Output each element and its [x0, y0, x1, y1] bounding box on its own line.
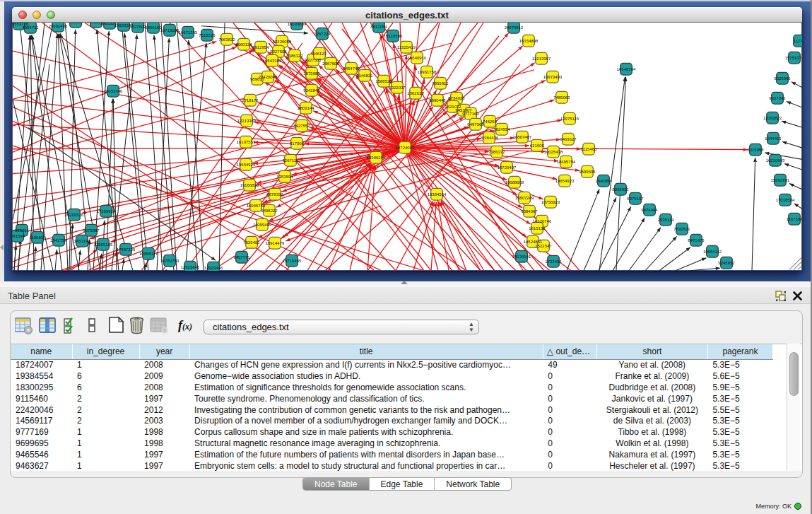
svg-text:1640954: 1640954: [595, 178, 612, 182]
svg-text:19166825: 19166825: [240, 182, 259, 187]
svg-text:6734028: 6734028: [448, 95, 465, 100]
svg-text:8912954: 8912954: [252, 45, 269, 49]
svg-text:8454749: 8454749: [343, 66, 360, 70]
svg-text:8678332: 8678332: [266, 192, 283, 196]
svg-text:20876812: 20876812: [505, 25, 524, 29]
svg-text:15807249: 15807249: [515, 195, 534, 199]
svg-text:17957225: 17957225: [117, 247, 136, 251]
svg-text:20053346: 20053346: [104, 88, 123, 93]
svg-text:9242848: 9242848: [303, 88, 320, 92]
svg-text:1167534: 1167534: [787, 216, 802, 221]
svg-text:7357224: 7357224: [314, 31, 331, 35]
svg-text:15751074: 15751074: [785, 55, 802, 59]
svg-text:8427552: 8427552: [293, 123, 310, 127]
svg-text:7632621: 7632621: [673, 226, 690, 230]
svg-text:23420046: 23420046: [259, 74, 278, 78]
svg-text:10688609: 10688609: [505, 180, 524, 184]
svg-text:9245652: 9245652: [718, 260, 735, 264]
svg-text:9474444: 9474444: [641, 207, 658, 211]
svg-text:6379197: 6379197: [627, 196, 644, 200]
svg-text:(x): (x): [182, 322, 192, 332]
svg-text:18724007: 18724007: [396, 145, 415, 149]
svg-text:8990448: 8990448: [429, 98, 446, 102]
svg-text:19654923: 19654923: [555, 178, 575, 182]
svg-text:6497568: 6497568: [467, 122, 484, 126]
svg-text:9227342: 9227342: [769, 95, 786, 100]
svg-text:16914479: 16914479: [266, 240, 285, 245]
svg-text:14136141: 14136141: [512, 254, 531, 258]
svg-text:16107553: 16107553: [237, 139, 256, 144]
svg-text:1362615: 1362615: [407, 90, 424, 95]
svg-text:6466160: 6466160: [145, 25, 162, 29]
svg-text:12923445: 12923445: [181, 264, 200, 269]
svg-text:16210643: 16210643: [766, 158, 785, 162]
svg-text:16648784: 16648784: [617, 66, 636, 71]
svg-text:12213967: 12213967: [532, 56, 551, 60]
svg-text:7386372: 7386372: [488, 149, 505, 153]
svg-text:12923446: 12923446: [204, 265, 223, 269]
svg-text:9463627: 9463627: [560, 136, 577, 141]
svg-text:8215958: 8215958: [747, 147, 764, 151]
svg-text:9975887: 9975887: [83, 228, 100, 232]
svg-text:8813054: 8813054: [370, 24, 387, 28]
svg-text:7663822: 7663822: [218, 37, 235, 41]
svg-text:12505185: 12505185: [94, 242, 113, 246]
svg-text:7515526: 7515526: [199, 33, 216, 37]
svg-text:9327508: 9327508: [270, 49, 287, 53]
svg-text:10958117: 10958117: [139, 251, 158, 255]
svg-text:18495794: 18495794: [557, 159, 576, 163]
svg-text:1588520: 1588520: [375, 78, 392, 83]
svg-text:7485063: 7485063: [553, 95, 570, 99]
svg-text:746266: 746266: [483, 119, 498, 123]
svg-text:19218506: 19218506: [384, 33, 403, 37]
svg-text:16033809: 16033809: [288, 23, 307, 26]
svg-text:16046756: 16046756: [247, 203, 266, 207]
svg-text:11325419: 11325419: [397, 45, 416, 49]
svg-text:15692951: 15692951: [771, 177, 790, 182]
svg-text:18300295: 18300295: [367, 155, 386, 159]
svg-text:7625402: 7625402: [243, 240, 260, 244]
svg-text:16640910: 16640910: [408, 55, 427, 59]
svg-text:8660124: 8660124: [235, 42, 252, 46]
svg-text:19384554: 19384554: [428, 192, 447, 196]
svg-text:10807487: 10807487: [513, 134, 532, 139]
svg-text:12093822: 12093822: [763, 115, 782, 119]
svg-text:935061: 935061: [15, 228, 30, 232]
svg-text:1733426: 1733426: [545, 259, 562, 263]
svg-text:16961758: 16961758: [418, 69, 437, 74]
svg-text:10756923: 10756923: [541, 199, 560, 204]
svg-text:2967608: 2967608: [322, 61, 339, 65]
svg-text:9329965: 9329965: [774, 76, 791, 80]
svg-text:2942757: 2942757: [50, 238, 67, 242]
svg-text:53226058: 53226058: [273, 39, 292, 43]
svg-text:621605: 621605: [530, 143, 545, 147]
svg-text:10719185: 10719185: [160, 28, 180, 32]
svg-text:15720407: 15720407: [498, 165, 517, 169]
svg-text:8471676: 8471676: [688, 238, 705, 242]
svg-text:14099489: 14099489: [253, 222, 272, 226]
svg-text:5322037: 5322037: [389, 85, 406, 89]
svg-text:4055712: 4055712: [22, 25, 39, 29]
svg-text:14524851: 14524851: [524, 239, 543, 243]
svg-text:1156819: 1156819: [30, 235, 47, 239]
svg-text:12975115: 12975115: [560, 116, 579, 120]
svg-text:20691406: 20691406: [49, 23, 68, 28]
svg-text:20206526: 20206526: [65, 212, 84, 216]
svg-text:2935114: 2935114: [658, 217, 675, 221]
svg-text:2803144: 2803144: [298, 105, 314, 110]
svg-text:1353594: 1353594: [276, 174, 293, 178]
svg-text:12213369: 12213369: [237, 118, 257, 122]
svg-text:16154808: 16154808: [519, 38, 539, 42]
svg-text:1451194: 1451194: [74, 238, 91, 243]
svg-text:9457771: 9457771: [233, 255, 250, 259]
svg-text:3875685: 3875685: [303, 71, 320, 75]
svg-text:3624554: 3624554: [493, 127, 510, 131]
svg-text:6498222: 6498222: [261, 208, 278, 212]
svg-text:1615132: 1615132: [529, 226, 546, 230]
svg-text:10025438: 10025438: [544, 149, 563, 153]
svg-text:9327505: 9327505: [305, 57, 322, 62]
svg-text:1527602: 1527602: [129, 24, 146, 28]
svg-text:8186323: 8186323: [286, 53, 303, 57]
svg-text:8938923: 8938923: [612, 187, 629, 191]
svg-text:17016504: 17016504: [776, 197, 795, 201]
